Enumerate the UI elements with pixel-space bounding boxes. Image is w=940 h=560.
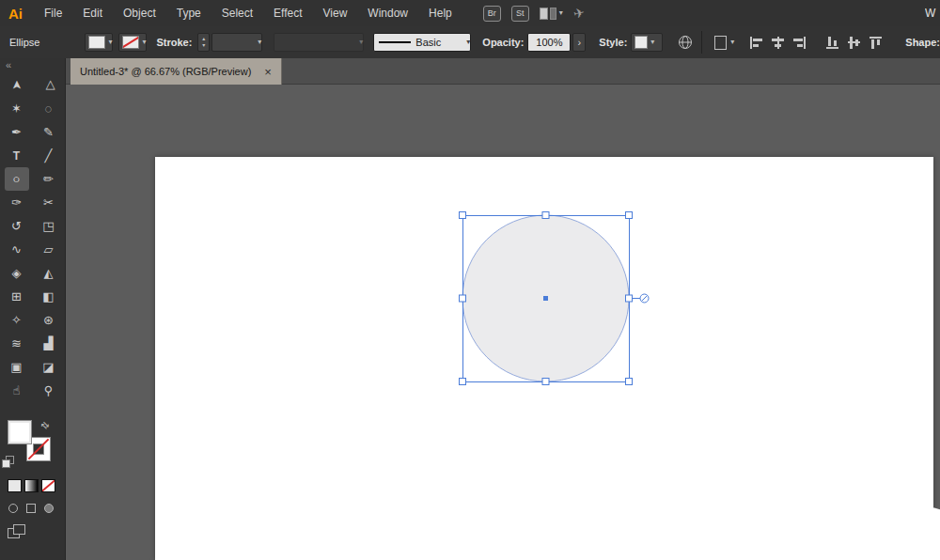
free-transform-tool[interactable]: ▱ (37, 238, 61, 261)
draw-normal-button[interactable] (7, 502, 20, 514)
menubar-icons: Br St ▾ ✈ (483, 6, 585, 22)
slice-tool[interactable]: ◪ (37, 355, 61, 379)
menu-type[interactable]: Type (166, 0, 212, 26)
pen-tool[interactable]: ✒ (5, 120, 29, 144)
direct-selection-tool[interactable]: ▷ (37, 73, 61, 97)
hand-tool[interactable]: ☝ (5, 379, 29, 402)
lasso-tool[interactable]: ◌ (37, 97, 61, 120)
vertical-align-center-icon[interactable] (848, 36, 860, 50)
zoom-tool[interactable]: ⚲ (37, 379, 61, 402)
gradient-button[interactable] (24, 479, 39, 492)
menu-object[interactable]: Object (113, 0, 166, 26)
toolbar-collapse-button[interactable]: « (0, 58, 65, 73)
ellipse-tool[interactable]: ○ (5, 167, 29, 191)
stroke-weight-dropdown[interactable]: ▾ (212, 33, 262, 52)
draw-behind-button[interactable] (24, 502, 38, 514)
shaper-tool[interactable]: ✑ (5, 191, 29, 214)
selection-handle[interactable] (626, 379, 633, 385)
eyedropper-tool[interactable]: ✧ (5, 308, 29, 332)
menu-file[interactable]: File (34, 0, 72, 26)
blend-tool[interactable]: ⊛ (37, 308, 61, 332)
stroke-color-dropdown[interactable]: ▾ (118, 33, 147, 52)
chevron-down-icon: ▾ (108, 39, 112, 46)
horizontal-align-left-icon[interactable] (749, 37, 763, 49)
symbol-sprayer-tool-icon: ≋ (11, 337, 22, 350)
stroke-weight-stepper[interactable]: ▴ ▾ (197, 33, 210, 52)
graphic-style-dropdown[interactable]: ▾ (631, 33, 663, 52)
canvas-area[interactable] (66, 85, 940, 560)
opacity-value: 100% (536, 37, 562, 48)
close-icon[interactable]: × (264, 66, 272, 78)
horizontal-align-right-icon[interactable] (792, 37, 807, 49)
document-setup-dropdown[interactable]: ▾ (711, 36, 734, 50)
stock-icon[interactable]: St (511, 6, 529, 22)
horizontal-align-center-icon[interactable] (771, 37, 785, 49)
shape-label: Shape: (905, 37, 940, 48)
chevron-right-icon: › (578, 37, 582, 48)
slice-tool-icon: ◪ (42, 361, 54, 373)
zoom-tool-icon: ⚲ (44, 384, 54, 397)
gradient-tool-icon: ◧ (42, 290, 54, 303)
artboard-tool[interactable]: ▣ (5, 355, 29, 379)
perspective-grid-tool[interactable]: ◭ (37, 261, 61, 285)
menu-effect[interactable]: Effect (263, 0, 312, 26)
document-tab[interactable]: Untitled-3* @ 66.67% (RGB/Preview) × (70, 58, 282, 85)
width-tool[interactable]: ∿ (5, 238, 29, 261)
vertical-align-bottom-icon[interactable] (870, 36, 882, 50)
arrange-documents-icon (540, 8, 556, 20)
column-graph-tool[interactable]: ▟ (37, 332, 61, 355)
default-fill-stroke-icon[interactable] (2, 456, 13, 467)
line-segment-tool[interactable]: ╱ (37, 144, 61, 167)
fill-indicator[interactable] (8, 420, 32, 444)
shaper-tool-icon: ✑ (11, 196, 22, 209)
draw-inside-button[interactable] (42, 502, 55, 514)
color-button[interactable] (8, 479, 22, 492)
paintbrush-tool[interactable]: ✏ (37, 167, 61, 191)
scissors-tool[interactable]: ✂ (37, 191, 61, 214)
bridge-icon[interactable]: Br (483, 6, 501, 22)
opacity-input[interactable]: 100% (527, 33, 571, 52)
symbol-sprayer-tool[interactable]: ≋ (5, 332, 29, 355)
selection-handle[interactable] (460, 379, 466, 385)
none-button[interactable] (41, 479, 55, 492)
scale-tool[interactable]: ◳ (37, 214, 61, 238)
selection-handle[interactable] (626, 212, 633, 219)
menu-select[interactable]: Select (212, 0, 263, 26)
shape-builder-tool[interactable]: ◈ (5, 261, 29, 285)
center-anchor[interactable] (543, 296, 548, 301)
menu-edit[interactable]: Edit (72, 0, 113, 26)
screen-mode-button[interactable] (8, 524, 26, 539)
menu-window[interactable]: Window (357, 0, 418, 26)
gradient-tool[interactable]: ◧ (37, 285, 61, 308)
selection-handle[interactable] (626, 295, 633, 302)
style-swatch (634, 36, 648, 49)
control-bar: Ellipse ▾ ▾ Stroke: ▴ ▾ ▾ ▾ Basic ▾ Opac… (0, 26, 940, 59)
rotate-tool[interactable]: ↺ (5, 214, 29, 238)
mesh-tool[interactable]: ⊞ (5, 285, 29, 308)
menu-help[interactable]: Help (418, 0, 462, 26)
menu-view[interactable]: View (313, 0, 358, 26)
selection-handle[interactable] (542, 212, 549, 219)
curvature-tool[interactable]: ✎ (37, 120, 61, 144)
opacity-panel-button[interactable]: › (572, 33, 586, 52)
stepper-down-icon: ▾ (202, 42, 205, 49)
chevron-down-icon: ▾ (466, 39, 470, 46)
paintbrush-tool-icon: ✏ (43, 173, 54, 185)
stroke-style-value: Basic (415, 37, 441, 48)
stroke-style-dropdown[interactable]: Basic ▾ (373, 33, 471, 52)
arrange-documents-button[interactable]: ▾ (540, 8, 563, 20)
style-label: Style: (599, 37, 627, 48)
swap-fill-stroke-icon[interactable]: ⇄ (39, 419, 52, 432)
selection-handle[interactable] (542, 379, 549, 385)
tool-panel: « ➤▷✶◌✒✎T╱○✏✑✂↺◳∿▱◈◭⊞◧✧⊛≋▟▣◪☝⚲ ⇄ (0, 58, 66, 560)
document-tab-title: Untitled-3* @ 66.67% (RGB/Preview) (80, 66, 251, 77)
globe-icon[interactable] (678, 35, 693, 50)
type-tool[interactable]: T (5, 144, 29, 167)
magic-wand-tool[interactable]: ✶ (5, 97, 29, 120)
vertical-align-top-icon[interactable] (826, 36, 838, 50)
share-icon[interactable]: ✈ (572, 5, 586, 22)
fill-color-dropdown[interactable]: ▾ (85, 33, 113, 52)
selection-handle[interactable] (460, 212, 466, 219)
selection-tool[interactable]: ➤ (5, 73, 29, 97)
selection-handle[interactable] (460, 295, 466, 302)
